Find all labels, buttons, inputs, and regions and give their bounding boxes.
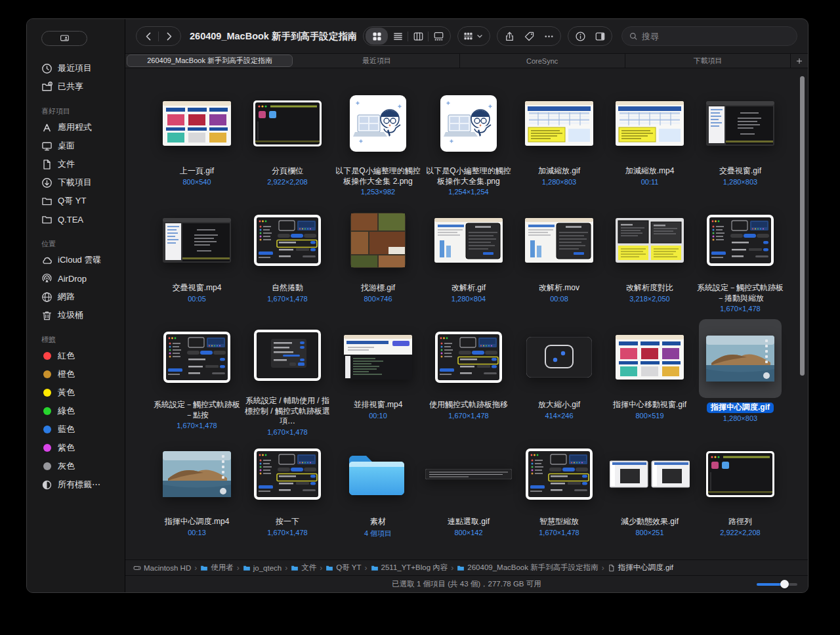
share-button[interactable] (499, 28, 519, 45)
path-segment[interactable]: 260409_MacBook 新手到高手設定指南 (457, 563, 598, 573)
tab-最近項目[interactable]: 最近項目 (294, 54, 459, 68)
window-title: 260409_MacBook 新手到高手設定指南 (190, 30, 356, 43)
search-field[interactable] (621, 26, 797, 46)
path-segment[interactable]: 使用者 (200, 563, 234, 573)
file-item[interactable]: 按一下1,670×1,478 (242, 436, 333, 553)
tab-下載項目[interactable]: 下載項目 (625, 54, 790, 68)
sidebar-item-已共享[interactable]: 已共享 (27, 77, 125, 96)
path-segment[interactable]: jo_qtech (243, 564, 282, 572)
icon-size-slider[interactable] (757, 580, 797, 589)
file-item[interactable]: 並排視窗.mp400:10 (333, 319, 423, 436)
sidebar-item-橙色[interactable]: 橙色 (27, 365, 125, 383)
sidebar-item-Q.TEA[interactable]: Q.TEA (27, 210, 125, 229)
new-tab-button[interactable] (790, 54, 808, 68)
file-item[interactable]: 上一頁.gif800×540 (152, 85, 242, 202)
file-item[interactable]: 減少動態效果.gif800×251 (604, 436, 695, 553)
path-segment[interactable]: Q哥 YT (326, 563, 361, 573)
more-button[interactable] (539, 28, 558, 45)
view-list-button[interactable] (388, 28, 408, 45)
file-item[interactable]: 改解析.gif1,280×804 (423, 202, 514, 319)
file-item[interactable]: 使用觸控式軌跡板拖移1,670×1,478 (423, 319, 514, 436)
path-segment[interactable]: 指揮中心調度.gif (608, 563, 673, 573)
group-by-button[interactable] (460, 28, 488, 45)
tab-CoreSync[interactable]: CoreSync (459, 54, 625, 68)
sidebar-item-label: 網路 (58, 291, 75, 303)
view-columns-button[interactable] (408, 28, 428, 45)
file-item[interactable]: 加減縮放.gif1,280×803 (514, 85, 604, 202)
strip-thumbnail (423, 436, 514, 512)
file-item[interactable]: 加減縮放.mp400:11 (604, 85, 695, 202)
forward-icon (163, 31, 175, 42)
file-name: 路徑列 (728, 517, 752, 527)
sidebar-item-AirDrop[interactable]: AirDrop (27, 269, 125, 288)
preview-toggle-button[interactable] (590, 28, 610, 45)
sidebar-item-label: 下載項目 (58, 177, 92, 188)
path-separator: › (602, 563, 604, 573)
path-segment[interactable]: 文件 (291, 563, 316, 573)
file-item[interactable]: 以下是Q小編整理的觸控板操作大全集.png1,254×1,254 (423, 85, 514, 202)
sidebar-item-iCloud 雲碟[interactable]: iCloud 雲碟 (27, 251, 125, 269)
grid-view-icon (371, 31, 383, 42)
sidebar-item-綠色[interactable]: 綠色 (27, 402, 125, 420)
path-segment[interactable]: 2511_YT+Blog 內容 (371, 563, 448, 573)
gallery-view-icon (433, 31, 444, 42)
toolbar: 260409_MacBook 新手到高手設定指南 (125, 19, 808, 53)
sidebar-item-紫色[interactable]: 紫色 (27, 439, 125, 457)
file-item[interactable]: 指揮中心移動視窗.gif800×519 (604, 319, 695, 436)
file-item[interactable]: 放大縮小.gif414×246 (514, 319, 604, 436)
file-item[interactable]: 以下是Q小編整理的觸控板操作大全集 2.png1,253×982 (333, 85, 423, 202)
slider-knob[interactable] (780, 580, 789, 588)
file-item[interactable]: 素材4 個項目 (333, 436, 423, 553)
sidebar-item-下載項目[interactable]: 下載項目 (27, 173, 125, 192)
file-item[interactable]: 路徑列2,922×2,208 (695, 436, 786, 553)
sidebar-item-垃圾桶[interactable]: 垃圾桶 (27, 306, 125, 324)
view-gallery-button[interactable] (429, 28, 448, 45)
file-item[interactable]: 連點選取.gif800×142 (423, 436, 514, 553)
back-button[interactable] (138, 28, 158, 45)
sidebar-item-桌面[interactable]: 桌面 (27, 137, 125, 155)
file-name: 交疊視窗.mp4 (173, 283, 222, 294)
sidebar-item-應用程式[interactable]: 應用程式 (27, 118, 125, 137)
sidebar-item-最近項目[interactable]: 最近項目 (27, 59, 125, 77)
tab-260409_MacBook 新手到高手設定指南[interactable]: 260409_MacBook 新手到高手設定指南 (127, 55, 293, 67)
get-info-button[interactable] (570, 28, 590, 45)
search-input[interactable] (642, 32, 790, 41)
forward-button[interactable] (159, 28, 178, 45)
tag-button[interactable] (519, 28, 539, 45)
path-segment[interactable]: Macintosh HD (133, 564, 191, 572)
sidebar-item-紅色[interactable]: 紅色 (27, 347, 125, 365)
sidebar-item-灰色[interactable]: 灰色 (27, 457, 125, 475)
web-phones-thumbnail (152, 85, 242, 162)
sidebar-item-label: 桌面 (58, 140, 75, 152)
file-name: 以下是Q小編整理的觸控板操作大全集.png (423, 166, 514, 186)
view-grid-button[interactable] (366, 28, 388, 45)
finder-dark-thumbnail (242, 85, 333, 162)
path-segment-label: Macintosh HD (144, 564, 191, 572)
path-separator: › (365, 563, 368, 573)
file-item[interactable]: 交疊視窗.mp400:05 (152, 202, 242, 319)
file-item[interactable]: 系統設定 / 輔助使用 / 指標控制 / 觸控式軌跡板選項…1,670×1,47… (242, 319, 333, 436)
dot-icon (41, 424, 52, 435)
sidebar-item-文件[interactable]: 文件 (27, 155, 125, 173)
minifolder-icon (326, 564, 333, 572)
sidebar-item-藍色[interactable]: 藍色 (27, 420, 125, 439)
sidebar-item-黃色[interactable]: 黃色 (27, 383, 125, 402)
file-item[interactable]: 交疊視窗.gif1,280×803 (695, 85, 786, 202)
display-pill-button[interactable] (41, 31, 87, 46)
file-item[interactable]: 智慧型縮放1,670×1,478 (514, 436, 604, 553)
settings-thumbnail (152, 319, 242, 395)
file-item[interactable]: 指揮中心調度.gif1,280×803 (695, 319, 786, 436)
file-item[interactable]: 系統設定－觸控式軌跡板－捲動與縮放1,670×1,478 (695, 202, 786, 319)
sidebar-item-網路[interactable]: 網路 (27, 288, 125, 306)
sidebar-item-Q哥 YT[interactable]: Q哥 YT (27, 192, 125, 210)
file-item[interactable]: 改解析度對比3,218×2,050 (604, 202, 695, 319)
sidebar-item-所有標籤⋯[interactable]: 所有標籤⋯ (27, 475, 125, 494)
file-item[interactable]: 分頁欄位2,922×2,208 (242, 85, 333, 202)
file-item[interactable]: 指揮中心調度.mp400:13 (152, 436, 242, 553)
file-item[interactable]: 改解析.mov00:08 (514, 202, 604, 319)
file-item[interactable]: 系統設定－觸控式軌跡板－點按1,670×1,478 (152, 319, 242, 436)
file-name: 分頁欄位 (272, 166, 303, 177)
file-item[interactable]: 找游標.gif800×746 (333, 202, 423, 319)
file-item[interactable]: 自然捲動1,670×1,478 (242, 202, 333, 319)
scrollbar[interactable] (800, 76, 805, 376)
